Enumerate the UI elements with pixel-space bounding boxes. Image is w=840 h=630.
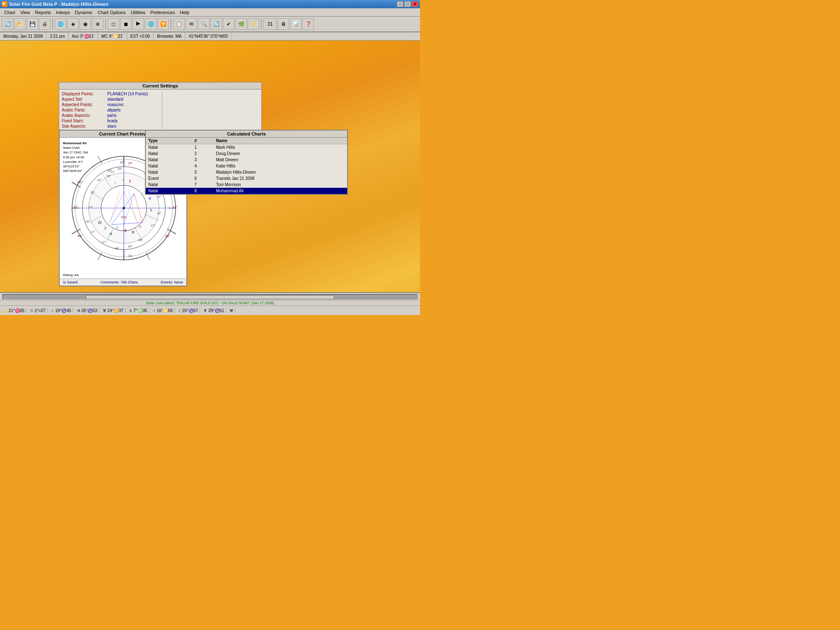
- toolbar-save[interactable]: 💾: [27, 18, 38, 30]
- cell-num: 7: [192, 182, 213, 188]
- svg-text:06°: 06°: [77, 234, 82, 238]
- table-row[interactable]: Natal8Muhammad Ali: [146, 188, 347, 194]
- toolbar-number[interactable]: 31: [263, 18, 277, 30]
- toolbar-btn-d[interactable]: ◻: [108, 18, 119, 30]
- titlebar: ☀ Solar Fire Gold Beta P - Madalyn Hilli…: [0, 0, 420, 8]
- toolbar-sep-3: [171, 19, 171, 29]
- table-row[interactable]: Natal5Madalyn Hillis-Dineen: [146, 169, 347, 175]
- table-row[interactable]: Natal1Mark Hillis: [146, 144, 347, 151]
- astro-jupiter: ♃ 26°♑53: [75, 308, 99, 313]
- scroll-area[interactable]: [0, 293, 420, 300]
- menu-chart-options[interactable]: Chart Options: [95, 9, 128, 16]
- chart-rating: Rating: AA: [63, 273, 79, 277]
- astro-venus2: ♀ 20°♑57: [176, 308, 200, 313]
- toolbar-btn-g[interactable]: 🌐: [145, 18, 157, 30]
- toolbar-btn-i[interactable]: 📋: [173, 18, 185, 30]
- svg-text:09°: 09°: [77, 180, 82, 184]
- table-row[interactable]: Natal2Doug Dineen: [146, 150, 347, 157]
- scroll-thumb[interactable]: [86, 295, 334, 299]
- toolbar-btn-c[interactable]: ⊕: [92, 18, 104, 30]
- main-area: Current Settings Displayed Points:PLAN&C…: [0, 41, 420, 315]
- toolbar-btn-h[interactable]: 🔽: [157, 18, 169, 30]
- toolbar-btn-k[interactable]: 🔍: [198, 18, 210, 30]
- chart-events: Events: None: [161, 280, 183, 284]
- menu-reports[interactable]: Reports: [33, 9, 54, 16]
- toolbar-btn-b[interactable]: ◉: [80, 18, 91, 30]
- maximize-button[interactable]: □: [404, 1, 411, 7]
- status-coords: 41°N45'36" 070°W05': [185, 32, 232, 40]
- settings-label: Fixed Stars:: [62, 119, 107, 123]
- svg-text:19°: 19°: [97, 179, 101, 182]
- svg-text:48°: 48°: [115, 247, 119, 250]
- toolbar-help[interactable]: ❓: [302, 18, 314, 30]
- toolbar-screen[interactable]: 🖥: [278, 18, 289, 30]
- svg-text:08°: 08°: [106, 174, 111, 177]
- table-row[interactable]: Natal7Toni Morrison: [146, 182, 347, 188]
- settings-value: standard: [107, 97, 123, 102]
- astro-moon: 🌙 21°♓05: [1, 308, 27, 313]
- settings-value: noascmc: [107, 102, 124, 107]
- settings-label: Aspected Points:: [62, 102, 107, 107]
- scroll-track[interactable]: [2, 294, 418, 299]
- menu-utilities[interactable]: Utilities: [128, 9, 147, 16]
- toolbar-print[interactable]: 🖨: [39, 18, 51, 30]
- toolbar-btn-n[interactable]: 🌿: [235, 18, 247, 30]
- cell-num: 3: [192, 157, 213, 163]
- cell-type: Natal: [146, 182, 192, 188]
- svg-text:29°: 29°: [128, 245, 133, 248]
- toolbar-btn-f[interactable]: ⯈: [133, 18, 144, 30]
- toolbar-btn-j[interactable]: ✉: [186, 18, 197, 30]
- svg-text:12°: 12°: [73, 205, 78, 209]
- toolbar-btn-m[interactable]: ✔: [223, 18, 234, 30]
- cell-num: 5: [192, 169, 213, 175]
- astro-saturn: ♄ 7°♍35: [127, 308, 149, 313]
- toolbar-report[interactable]: 📊: [290, 18, 302, 30]
- settings-value: allparts: [107, 108, 121, 112]
- close-button[interactable]: ✕: [412, 1, 418, 7]
- menu-chart[interactable]: Chart: [2, 9, 18, 16]
- toolbar-btn-a[interactable]: ◈: [67, 18, 79, 30]
- statusbar-top: Monday, Jan 21 2008 2:21 pm Asc 3°♓21' M…: [0, 32, 420, 41]
- toolbar-trop[interactable]: 🌐: [55, 18, 66, 30]
- toolbar-btn-o[interactable]: ⚡: [248, 18, 259, 30]
- col-name: Name: [214, 138, 347, 144]
- table-row[interactable]: Natal4Katie Hillis: [146, 163, 347, 169]
- svg-text:12°: 12°: [89, 206, 93, 208]
- cell-name: Transits Jan 21 2008: [214, 175, 347, 182]
- toolbar-btn-e[interactable]: ◼: [120, 18, 132, 30]
- settings-value: stars: [107, 124, 116, 128]
- settings-left-row: Fixed Stars:brady: [61, 118, 160, 124]
- toolbar-open[interactable]: 📂: [14, 18, 26, 30]
- menu-preferences[interactable]: Preferences: [148, 9, 177, 16]
- calc-charts-table: Type # Name Natal1Mark HillisNatal2Doug …: [146, 138, 347, 194]
- status-date: Monday, Jan 21 2008: [0, 32, 46, 40]
- svg-text:R: R: [124, 216, 126, 219]
- col-type: Type: [146, 138, 192, 144]
- svg-text:13': 13': [128, 254, 133, 258]
- toolbar-new[interactable]: 🔄: [2, 18, 13, 30]
- menu-view[interactable]: View: [18, 9, 33, 16]
- table-row[interactable]: Event6Transits Jan 21 2008: [146, 175, 347, 182]
- toolbar-sep-1: [52, 19, 53, 29]
- svg-text:♀: ♀: [122, 178, 125, 182]
- minimize-button[interactable]: –: [397, 1, 403, 7]
- settings-label: Displayed Points:: [62, 92, 107, 96]
- table-row[interactable]: Natal3Matt Dineen: [146, 157, 347, 163]
- svg-text:20°: 20°: [118, 167, 122, 170]
- svg-text:♄: ♄: [150, 208, 153, 212]
- menu-help[interactable]: Help: [177, 9, 192, 16]
- svg-text:06°: 06°: [138, 239, 143, 242]
- svg-text:13': 13': [128, 161, 133, 165]
- menu-dynamic[interactable]: Dynamic: [72, 9, 95, 16]
- svg-text:31°: 31°: [91, 191, 95, 194]
- settings-left-row: Displayed Points:PLAN&CH (14 Points): [61, 91, 160, 97]
- svg-text:12°: 12°: [173, 205, 178, 209]
- solar-live-text: Solar Live Latest: "SOLAR FIRE GOLD (v7)…: [0, 300, 420, 306]
- col-num: #: [192, 138, 213, 144]
- menu-interps[interactable]: Interps: [53, 9, 72, 16]
- toolbar-btn-l[interactable]: 🔄: [210, 18, 222, 30]
- astro-icon: ⚒: [228, 308, 235, 313]
- svg-text:♅: ♅: [131, 230, 135, 235]
- settings-label: Aspect Set:: [62, 97, 107, 102]
- settings-title: Current Settings: [59, 82, 261, 90]
